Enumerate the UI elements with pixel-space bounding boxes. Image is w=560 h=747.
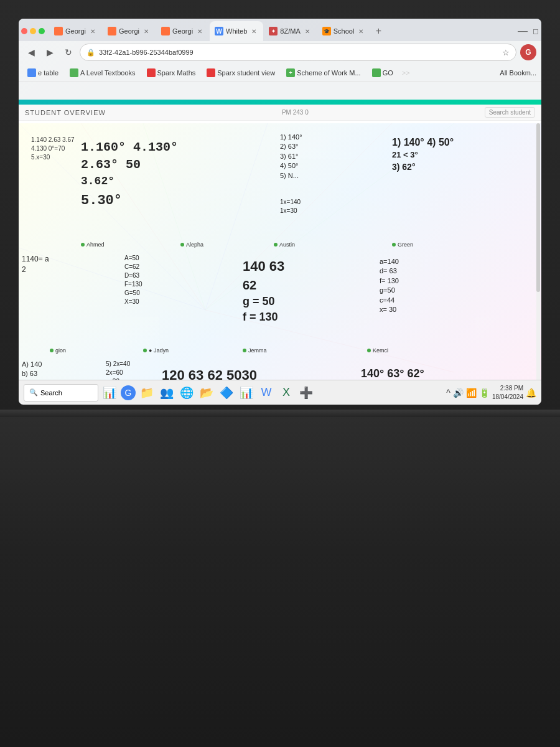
student-gion: gion bbox=[50, 347, 66, 354]
student-ahmed: Ahmed bbox=[81, 242, 105, 248]
bookmark-textbooks[interactable]: A Level Textbooks bbox=[66, 67, 139, 78]
sparxmaths-favicon bbox=[147, 68, 156, 77]
taskbar-widgets[interactable]: 📊 bbox=[101, 384, 118, 402]
tab-8zma[interactable]: ✦ 8Z/MA ✕ bbox=[264, 21, 316, 41]
student-alepha: Alepha bbox=[180, 242, 203, 248]
austin-name: Austin bbox=[279, 242, 295, 248]
tab-bar: Georgi ✕ Georgi ✕ Georgi ✕ W bbox=[19, 19, 541, 41]
time-display: 2:38 PM bbox=[492, 384, 523, 393]
taskbar-edge[interactable]: 🔷 bbox=[218, 384, 235, 402]
math-topright-1: 1) 140° 2) 63° 3) 61° 4) 50° 5) N... bbox=[280, 133, 302, 181]
taskbar-teams[interactable]: 👥 bbox=[158, 384, 175, 402]
tab-georgi-1[interactable]: Georgi ✕ bbox=[49, 21, 102, 41]
tab-8zma-close[interactable]: ✕ bbox=[303, 27, 312, 35]
taskbar-word[interactable]: W bbox=[258, 384, 275, 402]
new-tab-button[interactable]: + bbox=[371, 24, 386, 39]
bookmark-etable[interactable]: e table bbox=[24, 67, 62, 78]
taskbar-files[interactable]: 📁 bbox=[138, 384, 156, 402]
tab-school-close[interactable]: ✕ bbox=[357, 27, 365, 35]
school-favicon: 🎓 bbox=[322, 27, 331, 35]
taskbar: 🔍 Search 📊 G 📁 👥 🌐 📂 🔷 📊 W X ➕ ^ 🔊 � bbox=[19, 380, 541, 405]
scrollbar-track bbox=[536, 123, 540, 405]
bookmark-icon[interactable]: ☆ bbox=[502, 48, 510, 57]
laptop-body: L13 Yoga F4 F5 F6 F7 F8 F9 F10 F11 F12 H… bbox=[0, 417, 560, 747]
go-label: GO bbox=[383, 69, 393, 77]
tab-whiteboard-label: Whiteb bbox=[226, 27, 247, 35]
tab-georgi1-label: Georgi bbox=[65, 27, 86, 35]
georgi2-favicon bbox=[108, 27, 116, 35]
bookmark-go[interactable]: GO bbox=[368, 67, 397, 78]
green-dot bbox=[392, 243, 396, 247]
alepha-dot bbox=[180, 243, 184, 247]
scrollbar-thumb[interactable] bbox=[536, 123, 540, 292]
forward-button[interactable]: ▶ bbox=[42, 45, 57, 60]
math-green-answers: a=140 d= 63 f= 130 g=50 c=44 x= 30 bbox=[380, 257, 399, 314]
math-ahmed-eq: 1140= a 2 bbox=[22, 254, 49, 275]
student-jadyn: ● Jadyn bbox=[143, 347, 169, 354]
green-name: Green bbox=[398, 242, 413, 248]
bookmark-sparx-student[interactable]: Sparx student view bbox=[203, 67, 279, 78]
jadyn-name: ● Jadyn bbox=[149, 347, 169, 354]
ahmed-dot bbox=[81, 243, 85, 247]
taskbar-folder[interactable]: 📂 bbox=[198, 384, 215, 402]
back-button[interactable]: ◀ bbox=[24, 45, 39, 60]
taskbar-search-label: Search bbox=[40, 389, 62, 397]
notifications-icon[interactable]: 🔔 bbox=[526, 388, 536, 398]
tab-school[interactable]: 🎓 School ✕ bbox=[317, 21, 371, 41]
bm-separator: >> bbox=[402, 69, 410, 77]
min-btn[interactable] bbox=[30, 28, 36, 34]
speaker-icon[interactable]: 🔊 bbox=[453, 388, 464, 398]
profile-button[interactable]: G bbox=[520, 44, 536, 60]
gion-dot bbox=[50, 349, 54, 352]
georgi1-favicon bbox=[54, 27, 63, 35]
math-center-large: 1.160° 4.130° 2.63° 50 3.62° 5.30° bbox=[81, 139, 178, 211]
taskbar-chrome[interactable]: G bbox=[121, 385, 136, 400]
webapp-area: STUDENT OVERVIEW PM 243 0 Search student bbox=[19, 105, 541, 405]
network-icon[interactable]: 📶 bbox=[466, 388, 477, 398]
tab-georgi2-label: Georgi bbox=[119, 27, 139, 35]
tab-georgi-2[interactable]: Georgi ✕ bbox=[103, 21, 156, 41]
whiteboard-favicon: W bbox=[215, 27, 223, 35]
search-student-input[interactable]: Search student bbox=[485, 107, 535, 118]
bookmark-scheme[interactable]: + Scheme of Work M... bbox=[282, 67, 365, 78]
battery-icon[interactable]: 🔋 bbox=[479, 388, 490, 398]
tab-georgi2-close[interactable]: ✕ bbox=[142, 27, 151, 35]
address-text: 33f2-42a1-b996-25344baf0999 bbox=[99, 49, 498, 56]
tab-georgi-3[interactable]: Georgi ✕ bbox=[156, 21, 209, 41]
math-farright-top: 1) 140° 4) 50° 21 < 3° 3) 62° bbox=[392, 136, 454, 173]
student-overview-header: STUDENT OVERVIEW PM 243 0 Search student bbox=[19, 105, 541, 121]
all-bookmarks[interactable]: All Bookm... bbox=[500, 69, 536, 77]
scheme-favicon: + bbox=[286, 68, 295, 77]
tab-whiteboard-close[interactable]: ✕ bbox=[250, 27, 258, 35]
textbooks-label: A Level Textbooks bbox=[80, 69, 135, 77]
address-bar[interactable]: 🔒 33f2-42a1-b996-25344baf0999 ☆ bbox=[80, 44, 516, 61]
etable-favicon bbox=[27, 68, 36, 77]
math-alepha-box: A=50 C=62 D=63 F=130 G=50 X=30 bbox=[124, 254, 142, 306]
bookmarks-bar: e table A Level Textbooks Sparx Maths Sp… bbox=[19, 63, 541, 82]
screen-area: Georgi ✕ Georgi ✕ Georgi ✕ W bbox=[19, 19, 541, 405]
chevron-up-icon[interactable]: ^ bbox=[446, 388, 450, 398]
taskbar-plus[interactable]: ➕ bbox=[297, 384, 315, 402]
tab-whiteboard[interactable]: W Whiteb ✕ bbox=[210, 21, 263, 41]
taskbar-sys-icons: ^ 🔊 📶 🔋 bbox=[446, 388, 490, 398]
restore-window[interactable]: ◻ bbox=[533, 27, 539, 35]
taskbar-chrome2[interactable]: 🌐 bbox=[178, 384, 195, 402]
tab-georgi1-close[interactable]: ✕ bbox=[88, 27, 97, 35]
scheme-label: Scheme of Work M... bbox=[297, 69, 361, 77]
taskbar-search[interactable]: 🔍 Search bbox=[24, 384, 98, 402]
etable-label: e table bbox=[38, 69, 58, 77]
math-austin-answers: 140 63 62 g = 50 f = 130 bbox=[243, 257, 284, 325]
taskbar-powerpoint[interactable]: 📊 bbox=[238, 384, 255, 402]
max-btn[interactable] bbox=[39, 28, 45, 34]
close-btn[interactable] bbox=[21, 28, 27, 34]
minimize-window[interactable]: — bbox=[518, 26, 528, 37]
jadyn-dot bbox=[143, 349, 147, 352]
student-austin: Austin bbox=[274, 242, 295, 248]
taskbar-excel[interactable]: X bbox=[278, 384, 295, 402]
refresh-button[interactable]: ↻ bbox=[61, 45, 76, 60]
taskbar-time: 2:38 PM 18/04/2024 bbox=[492, 384, 523, 402]
bookmark-sparx-maths[interactable]: Sparx Maths bbox=[143, 67, 200, 78]
address-bar-row: ◀ ▶ ↻ 🔒 33f2-42a1-b996-25344baf0999 ☆ G bbox=[19, 41, 541, 63]
tab-georgi3-close[interactable]: ✕ bbox=[195, 27, 204, 35]
alepha-name: Alepha bbox=[186, 242, 203, 248]
